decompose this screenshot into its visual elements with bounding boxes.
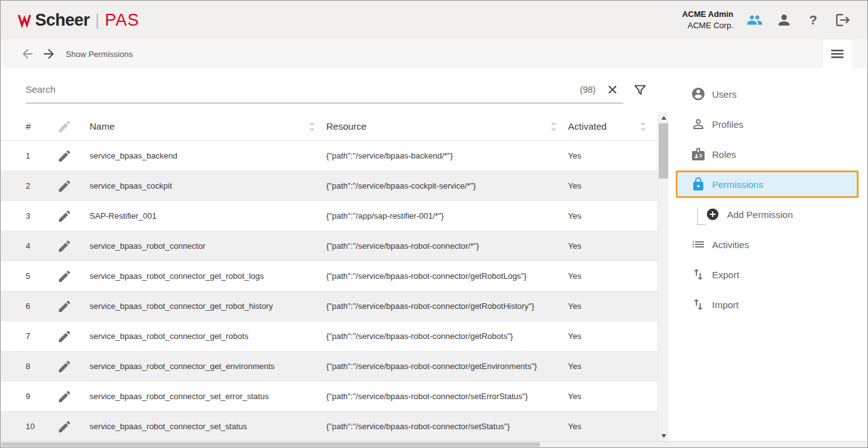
permission-resource: {"path":"/app/sap-restifier-001/*"} [326,211,568,221]
row-number: 10 [26,422,57,431]
sidebar-item-export[interactable]: Export [668,259,867,289]
permission-name: service_bpaas_backend [90,151,326,160]
profile-button[interactable] [775,12,792,29]
edit-permission-button[interactable] [57,148,90,164]
arrow-forward-icon [41,46,56,61]
edit-icon [57,389,72,404]
permission-name: service_bpaas_robot_connector [90,241,326,251]
horizontal-scrollbar[interactable] [1,441,867,447]
back-button[interactable] [19,46,36,62]
permission-activated: Yes [568,151,658,160]
table-row: 5 service_bpaas_robot_connector_get_robo… [1,261,658,291]
permission-resource: {"path":"/service/bpaas-robot-connector/… [326,331,568,341]
tree-connector [697,209,706,225]
column-header-number: # [26,121,57,132]
users-group-icon [747,12,763,28]
edit-permission-button[interactable] [57,209,90,224]
edit-permission-button[interactable] [57,239,90,254]
scroll-up-button[interactable] [658,112,669,123]
table-row: 3 SAP-Restifier_001 {"path":"/app/sap-re… [1,201,658,231]
list-icon [691,237,706,252]
sidebar: Users Profiles Roles Permissions Add Per… [668,68,867,441]
edit-permission-button[interactable] [57,299,90,314]
edit-icon [57,209,72,224]
permission-resource: {"path":"/service/bpaas-robot-connector/… [326,422,568,431]
scrollbar-thumb[interactable] [1,442,540,447]
column-header-activated[interactable]: Activated [568,121,658,132]
import-export-icon [691,267,706,282]
permission-name: service_bpaas_robot_connector_set_status [90,422,326,431]
menu-toggle-button[interactable] [823,39,852,68]
user-circle-icon [691,86,706,102]
sort-icon [548,121,559,132]
edit-permission-button[interactable] [57,179,90,194]
filter-icon [632,82,648,98]
row-number: 7 [26,331,57,341]
row-number: 4 [26,241,57,251]
table-row: 9 service_bpaas_robot_connector_set_erro… [1,382,658,412]
table-row: 7 service_bpaas_robot_connector_get_robo… [1,321,658,352]
permission-resource: {"path":"/service/bpaas-backend/*"} [326,151,568,160]
permission-activated: Yes [568,362,658,371]
sidebar-item-roles[interactable]: Roles [668,139,867,169]
column-header-resource[interactable]: Resource [326,121,568,132]
permission-activated: Yes [568,241,658,251]
user-icon [776,12,792,28]
permission-activated: Yes [568,331,658,341]
permission-name: service_bpaas_robot_connector_get_robot_… [90,271,326,281]
user-management-button[interactable] [746,12,763,29]
edit-icon [57,359,72,374]
edit-icon [57,239,72,254]
import-export-icon [691,297,706,312]
main-content: (98) # Name [1,68,668,441]
sidebar-item-profiles[interactable]: Profiles [668,109,867,139]
row-number: 6 [26,301,57,311]
column-header-name[interactable]: Name [90,121,326,132]
scroll-down-button[interactable] [658,430,669,441]
edit-icon [57,299,72,314]
sidebar-item-import[interactable]: Import [668,289,867,320]
filter-button[interactable] [632,82,648,98]
permission-activated: Yes [568,271,658,281]
close-icon [606,82,619,97]
sidebar-item-permissions[interactable]: Permissions [676,170,859,198]
search-row: (98) [26,76,648,103]
permission-activated: Yes [568,422,658,431]
forward-button[interactable] [41,46,57,62]
permission-resource: {"path":"/service/bpaas-robot-connector/… [326,271,568,281]
plus-circle-icon [706,207,720,221]
sidebar-item-activities[interactable]: Activities [668,229,867,259]
edit-permission-button[interactable] [57,389,90,404]
table-row: 2 service_bpaas_cockpit {"path":"/servic… [1,171,658,201]
edit-permission-button[interactable] [57,359,90,374]
help-button[interactable]: ? [805,12,822,29]
edit-icon [57,148,72,164]
table-row: 6 service_bpaas_robot_connector_get_robo… [1,291,658,321]
scrollbar-thumb[interactable] [659,123,668,179]
edit-permission-button[interactable] [57,269,90,284]
permission-resource: {"path":"/service/bpaas-cockpit-service/… [326,181,568,190]
sidebar-item-users[interactable]: Users [668,79,867,109]
edit-icon [57,119,72,134]
badge-icon [691,147,706,162]
table-row: 1 service_bpaas_backend {"path":"/servic… [1,141,658,171]
clear-search-button[interactable] [606,83,619,96]
account-info: ACME Admin ACME Corp. [682,9,733,31]
logout-button[interactable] [834,12,851,29]
vertical-scrollbar[interactable] [658,112,668,441]
search-field: (98) [26,76,623,103]
logout-icon [835,12,851,28]
permission-resource: {"path":"/service/bpaas-robot-connector/… [326,241,568,251]
permission-activated: Yes [568,392,658,401]
edit-permission-button[interactable] [57,329,90,344]
result-count: (98) [580,85,596,95]
row-number: 9 [26,392,57,401]
account-org: ACME Corp. [682,20,733,31]
header-icon-bar: ? [746,12,851,29]
permission-name: SAP-Restifier_001 [90,211,326,221]
search-input[interactable] [26,84,580,95]
edit-permission-button[interactable] [57,419,90,434]
menu-icon [829,46,845,62]
user-outline-icon [691,117,706,132]
brand-divider: | [95,11,100,29]
